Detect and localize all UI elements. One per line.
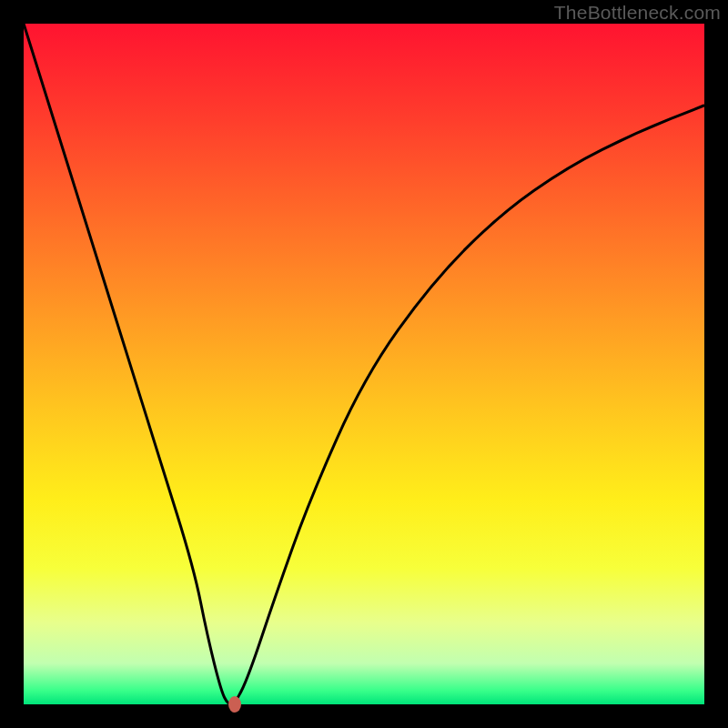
optimal-point-marker [228,696,241,713]
attribution-text: TheBottleneck.com [554,2,721,24]
bottleneck-curve [24,24,704,704]
curve-svg [24,24,704,704]
plot-area [24,24,704,704]
chart-frame: TheBottleneck.com [0,0,728,728]
